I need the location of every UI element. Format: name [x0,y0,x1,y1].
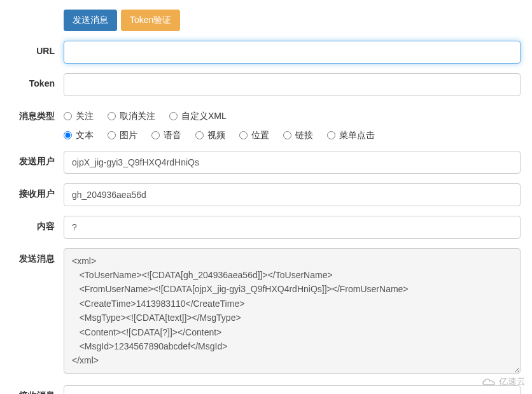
url-input[interactable] [64,41,521,64]
radio-voice-input[interactable] [151,131,160,139]
radio-link[interactable]: 链接 [283,130,313,141]
receive-user-label: 接收用户 [6,183,64,200]
radio-video[interactable]: 视频 [195,130,225,141]
radio-link-input[interactable] [283,131,291,139]
radio-location-label: 位置 [251,130,269,141]
send-message-button[interactable]: 发送消息 [64,10,117,31]
token-input[interactable] [64,73,521,96]
content-label: 内容 [6,216,64,232]
radio-text-label: 文本 [76,130,94,141]
radio-custom-xml-input[interactable] [169,112,178,120]
radio-image-input[interactable] [108,131,116,139]
radio-follow[interactable]: 关注 [64,111,94,122]
token-label: Token [6,73,64,88]
radio-menu-click-label: 菜单点击 [339,130,375,141]
send-message-textarea[interactable] [64,248,521,374]
content-input[interactable] [64,216,521,239]
url-label: URL [6,41,64,56]
radio-menu-click-input[interactable] [327,131,335,139]
token-verify-button[interactable]: Token验证 [121,10,180,31]
radio-custom-xml-label: 自定义XML [181,111,227,122]
radio-custom-xml[interactable]: 自定义XML [169,111,227,122]
radio-video-input[interactable] [195,131,204,139]
send-message-label: 发送消息 [6,248,64,265]
radio-location[interactable]: 位置 [239,130,269,141]
radio-unfollow-label: 取消关注 [120,111,155,122]
receive-user-input[interactable] [64,183,521,206]
send-user-label: 发送用户 [6,151,64,167]
radio-voice[interactable]: 语音 [151,130,181,141]
radio-follow-input[interactable] [64,112,72,120]
radio-video-label: 视频 [207,130,225,141]
radio-text-input[interactable] [64,131,72,139]
message-type-label: 消息类型 [6,106,64,122]
radio-unfollow-input[interactable] [108,112,116,120]
receive-message-label: 接收消息 [6,385,64,394]
radio-image-label: 图片 [120,130,137,141]
radio-location-input[interactable] [239,131,248,139]
radio-unfollow[interactable]: 取消关注 [108,111,155,122]
radio-voice-label: 语音 [164,130,181,141]
radio-image[interactable]: 图片 [108,130,137,141]
radio-follow-label: 关注 [76,111,94,122]
receive-message-input[interactable] [64,385,521,394]
buttons-spacer [6,10,64,15]
radio-link-label: 链接 [295,130,313,141]
message-type-row-2: 文本 图片 语音 视频 位置 链接 [64,130,521,141]
radio-text[interactable]: 文本 [64,130,94,141]
message-type-row-1: 关注 取消关注 自定义XML [64,111,521,122]
radio-menu-click[interactable]: 菜单点击 [327,130,375,141]
send-user-input[interactable] [64,151,521,174]
